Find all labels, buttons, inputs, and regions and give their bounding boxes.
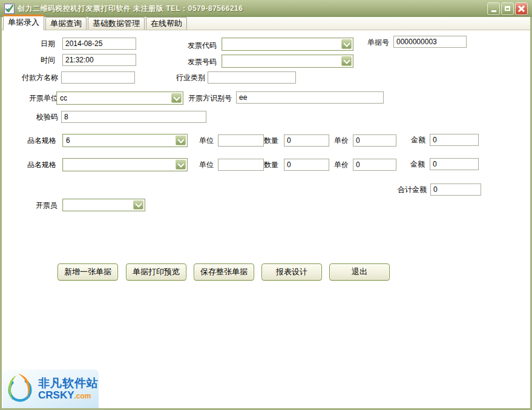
check-code-label: 校验码 [36, 113, 58, 122]
date-input[interactable] [62, 38, 136, 50]
item2-price-input[interactable] [353, 159, 396, 171]
date-label: 日期 [41, 39, 55, 48]
invoice-code-label: 发票代码 [188, 41, 217, 50]
document-entry-page: 日期 发票代码 单据号 时间 发票号码 付款方名称 行业类别 开票单位 cc 开… [2, 30, 530, 408]
maximize-icon [505, 6, 510, 11]
tab-document-query[interactable]: 单据查询 [45, 17, 87, 30]
watermark-domain: CRSKY.com [38, 390, 99, 400]
time-label: 时间 [41, 56, 55, 65]
issuing-unit-label: 开票单位 [29, 94, 58, 103]
item1-unit-input[interactable] [218, 134, 264, 147]
chevron-down-icon[interactable] [133, 200, 143, 210]
time-input[interactable] [62, 54, 136, 66]
item1-price-label: 单价 [334, 136, 349, 145]
item2-qty-input[interactable] [284, 159, 329, 171]
crsky-watermark: 非凡软件站 CRSKY.com [3, 369, 99, 408]
save-document-button[interactable]: 保存整张单据 [194, 263, 254, 280]
exit-button[interactable]: 退出 [329, 263, 390, 280]
item2-price-label: 单价 [334, 160, 349, 170]
industry-label: 行业类别 [176, 73, 205, 82]
item1-name-combo[interactable]: 6 [62, 134, 188, 147]
window-title: 创力二维码税控机打发票打印软件 未注册版 TEL：0579-87566216 [18, 4, 487, 14]
invoice-code-combo[interactable] [222, 38, 353, 51]
check-code-input[interactable] [61, 111, 206, 123]
doc-no-label: 单据号 [367, 38, 389, 47]
watermark-tld: .com [74, 392, 91, 400]
item2-unit-label: 单位 [199, 160, 214, 170]
item2-unit-input[interactable] [218, 159, 264, 171]
tab-basic-data-management[interactable]: 基础数据管理 [88, 17, 145, 30]
doc-no-input[interactable] [393, 36, 467, 48]
minimize-button[interactable] [487, 2, 500, 15]
total-amount-input[interactable] [430, 184, 481, 196]
chevron-down-icon[interactable] [176, 136, 186, 145]
watermark-site-name: 非凡软件站 [38, 377, 99, 389]
app-window: 创力二维码税控机打发票打印软件 未注册版 TEL：0579-87566216 单… [0, 0, 532, 410]
print-preview-button[interactable]: 单据打印预览 [126, 263, 186, 280]
tab-bar: 单据录入 单据查询 基础数据管理 在线帮助 [2, 17, 530, 30]
item2-amount-label: 金额 [410, 160, 425, 169]
industry-input[interactable] [208, 71, 296, 84]
item1-qty-input[interactable] [284, 134, 329, 147]
item1-name-value: 6 [66, 136, 70, 145]
report-design-button[interactable]: 报表设计 [261, 263, 322, 280]
invoice-number-combo[interactable] [222, 55, 353, 68]
title-bar: 创力二维码税控机打发票打印软件 未注册版 TEL：0579-87566216 [0, 0, 532, 17]
tab-online-help[interactable]: 在线帮助 [146, 17, 187, 30]
item1-qty-label: 数量 [264, 136, 278, 145]
item1-unit-label: 单位 [199, 136, 214, 145]
payer-input[interactable] [61, 71, 135, 84]
issuing-unit-value: cc [60, 94, 67, 102]
close-icon [518, 5, 525, 12]
maximize-button[interactable] [501, 2, 514, 15]
minimize-icon [491, 10, 496, 12]
chevron-down-icon[interactable] [176, 160, 186, 170]
item1-price-input[interactable] [353, 134, 396, 147]
new-document-button[interactable]: 新增一张单据 [57, 263, 118, 280]
total-amount-label: 合计金额 [398, 185, 427, 194]
chevron-down-icon[interactable] [171, 93, 182, 103]
item2-name-combo[interactable] [62, 158, 188, 171]
tab-document-entry[interactable]: 单据录入 [3, 15, 44, 30]
item2-qty-label: 数量 [264, 160, 278, 170]
chevron-down-icon[interactable] [341, 39, 352, 49]
issuer-id-input[interactable] [236, 91, 384, 104]
item1-amount-input[interactable] [430, 134, 479, 146]
invoice-number-label: 发票号码 [188, 58, 217, 67]
item2-name-label: 品名规格 [27, 160, 56, 170]
chevron-down-icon[interactable] [341, 56, 352, 66]
item1-amount-label: 金额 [411, 136, 425, 145]
item1-name-label: 品名规格 [27, 136, 56, 145]
item2-amount-input[interactable] [430, 158, 479, 170]
crsky-logo-icon [4, 372, 37, 406]
operator-label: 开票员 [36, 201, 57, 210]
close-button[interactable] [515, 2, 528, 15]
operator-combo[interactable] [62, 199, 145, 211]
issuer-id-label: 开票方识别号 [188, 94, 232, 103]
app-icon [4, 4, 15, 14]
payer-label: 付款方名称 [22, 73, 58, 82]
issuing-unit-combo[interactable]: cc [56, 91, 183, 105]
